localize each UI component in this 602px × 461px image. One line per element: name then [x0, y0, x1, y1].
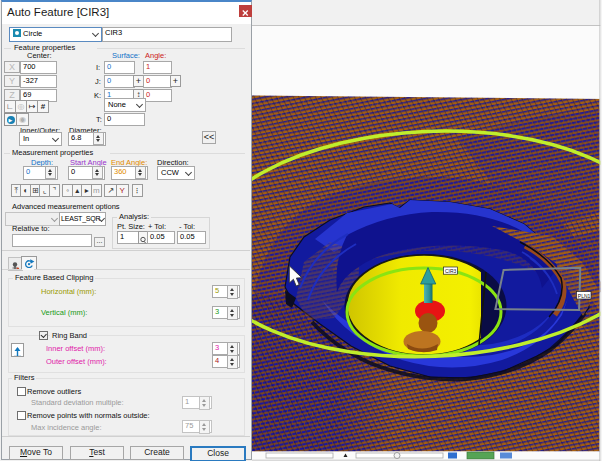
svg-text:CIR3: CIR3 [445, 268, 457, 274]
svg-text:PLN1: PLN1 [578, 293, 591, 299]
